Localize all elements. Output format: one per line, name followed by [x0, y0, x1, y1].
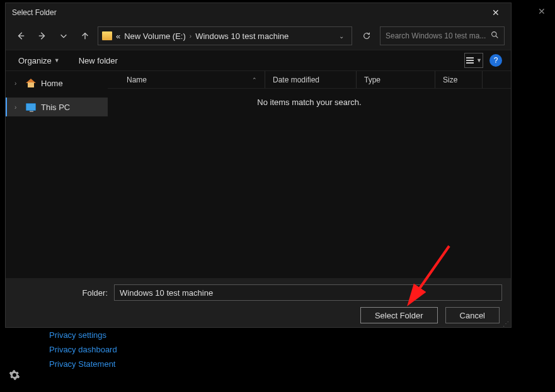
caret-down-icon: ▼ — [476, 57, 482, 64]
arrow-right-icon — [38, 31, 47, 40]
sort-caret-icon: ⌃ — [252, 77, 257, 83]
caret-down-icon: ▼ — [54, 57, 60, 64]
body-area: › Home › This PC Name ⌃ Date modified Ty… — [6, 71, 511, 278]
breadcrumb[interactable]: « New Volume (E:) › Windows 10 test mach… — [98, 26, 352, 45]
breadcrumb-part-2[interactable]: Windows 10 test machine — [195, 31, 289, 41]
file-list-pane: Name ⌃ Date modified Type Size No items … — [108, 71, 511, 278]
settings-button[interactable] — [9, 369, 20, 383]
sidebar-item-label: Home — [41, 79, 63, 88]
privacy-links: Privacy settings Privacy dashboard Priva… — [49, 330, 117, 369]
svg-rect-3 — [466, 62, 474, 64]
search-icon[interactable] — [491, 31, 499, 41]
forward-button[interactable] — [33, 27, 51, 45]
privacy-statement-link[interactable]: Privacy Statement — [49, 359, 117, 369]
pc-icon — [26, 103, 36, 111]
expand-icon[interactable]: › — [14, 104, 21, 111]
select-folder-dialog: Select Folder ✕ « New Volume (E:) › Wind… — [5, 3, 512, 328]
breadcrumb-dropdown[interactable]: ⌄ — [335, 33, 348, 40]
svg-rect-2 — [466, 60, 474, 61]
column-label: Date modified — [273, 76, 319, 84]
svg-point-0 — [492, 32, 496, 36]
privacy-settings-link[interactable]: Privacy settings — [49, 330, 117, 340]
help-button[interactable]: ? — [489, 54, 502, 67]
view-options-button[interactable]: ▼ — [464, 53, 483, 68]
gear-icon — [9, 369, 20, 381]
empty-message: No items match your search. — [108, 89, 511, 107]
svg-rect-1 — [466, 57, 474, 59]
home-icon — [26, 79, 36, 87]
refresh-button[interactable] — [357, 26, 376, 45]
bg-close-icon[interactable]: ✕ — [538, 6, 546, 16]
back-button[interactable] — [12, 27, 30, 45]
breadcrumb-prefix: « — [116, 31, 120, 41]
titlebar: Select Folder ✕ — [6, 3, 511, 22]
dialog-footer: Folder: Select Folder Cancel ⋰ — [6, 278, 511, 327]
privacy-dashboard-link[interactable]: Privacy dashboard — [49, 345, 117, 354]
column-label: Type — [364, 76, 380, 84]
column-size[interactable]: Size — [435, 71, 483, 88]
recent-dropdown[interactable] — [55, 27, 72, 45]
list-view-icon — [466, 57, 474, 64]
dialog-title: Select Folder — [12, 8, 487, 17]
folder-icon — [102, 31, 112, 40]
column-headers: Name ⌃ Date modified Type Size — [108, 71, 511, 89]
sidebar: › Home › This PC — [6, 71, 108, 278]
select-folder-button[interactable]: Select Folder — [360, 307, 438, 323]
column-label: Name — [127, 76, 147, 84]
new-folder-label: New folder — [79, 56, 118, 65]
sidebar-item-home[interactable]: › Home — [6, 74, 108, 92]
close-icon[interactable]: ✕ — [487, 5, 505, 20]
sidebar-item-this-pc[interactable]: › This PC — [6, 98, 108, 116]
arrow-up-icon — [81, 31, 89, 40]
search-input[interactable] — [386, 31, 491, 40]
toolbar: Organize ▼ New folder ▼ ? — [6, 50, 511, 71]
sidebar-item-label: This PC — [41, 103, 70, 112]
organize-button[interactable]: Organize ▼ — [14, 53, 64, 68]
navbar: « New Volume (E:) › Windows 10 test mach… — [6, 22, 511, 50]
expand-icon[interactable]: › — [14, 80, 21, 87]
column-date[interactable]: Date modified — [265, 71, 357, 88]
resize-grip-icon[interactable]: ⋰ — [503, 322, 510, 326]
new-folder-button[interactable]: New folder — [75, 53, 122, 68]
arrow-left-icon — [16, 31, 25, 40]
column-name[interactable]: Name ⌃ — [108, 71, 265, 88]
breadcrumb-part-1[interactable]: New Volume (E:) — [124, 31, 186, 41]
column-type[interactable]: Type — [357, 71, 435, 88]
refresh-icon — [362, 31, 371, 40]
column-label: Size — [443, 76, 457, 84]
cancel-button[interactable]: Cancel — [445, 307, 500, 323]
organize-label: Organize — [18, 56, 52, 65]
folder-label: Folder: — [14, 288, 108, 298]
folder-name-input[interactable] — [114, 284, 502, 301]
chevron-down-icon — [59, 31, 68, 40]
search-box[interactable] — [380, 26, 505, 45]
chevron-right-icon: › — [190, 33, 192, 40]
up-button[interactable] — [76, 27, 94, 45]
